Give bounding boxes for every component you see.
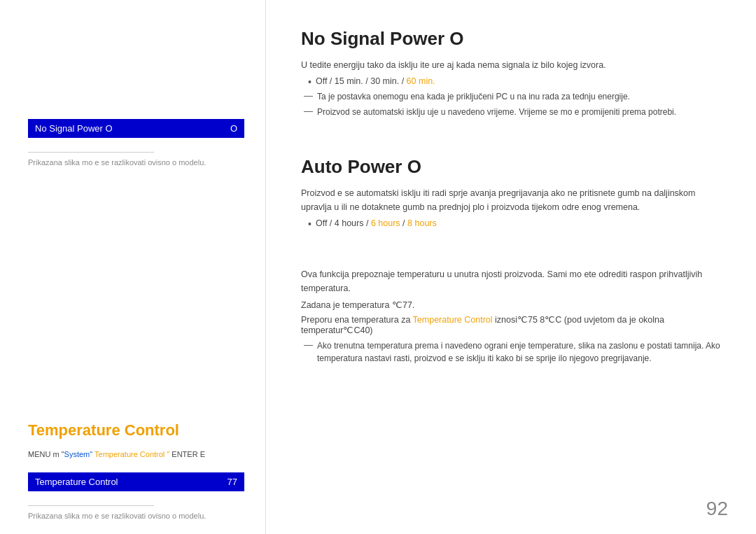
temp-body3: Preporu ena temperatura za Temperature C…: [301, 314, 721, 335]
no-signal-dash2-text: Proizvod se automatski isklju uje u nave…: [317, 106, 676, 118]
no-signal-options-prefix: Off / 15 min. / 30 min. /: [316, 76, 404, 86]
no-signal-menu-box: No Signal Power O O: [28, 119, 244, 138]
auto-power-prefix: Off / 4 hours /: [316, 218, 369, 228]
no-signal-bullet: • Off / 15 min. / 30 min. / 60 min.: [308, 76, 721, 87]
no-signal-section: No Signal Power O U tedite energiju tako…: [301, 28, 721, 121]
temp-control-title-left: Temperature Control: [28, 421, 244, 440]
dash-symbol-1: —: [304, 90, 313, 101]
auto-power-options: Off / 4 hours / 6 hours / 8 hours: [316, 218, 437, 228]
menu-path-prefix: MENU m ": [28, 450, 64, 458]
temp-box-label: Temperature Control: [35, 477, 118, 487]
temp-menu-box: Temperature Control 77: [28, 472, 244, 491]
temp-dash1-text: Ako trenutna temperatura prema i naveden…: [317, 339, 721, 365]
separator-line-1: [28, 152, 154, 153]
menu-path-temp: Temperature Control ": [94, 450, 169, 458]
separator-line-2: [28, 505, 154, 506]
auto-power-middle: /: [402, 218, 407, 228]
no-signal-dash1: — Ta je postavka onemogu ena kada je pri…: [301, 90, 721, 103]
menu-path-suffix: ENTER E: [172, 450, 205, 458]
bullet-dot-1: •: [308, 76, 312, 87]
right-panel: No Signal Power O U tedite energiju tako…: [266, 0, 756, 534]
no-signal-options: Off / 15 min. / 30 min. / 60 min.: [316, 76, 435, 86]
temp-box-value: 77: [227, 477, 237, 487]
temp-body3-prefix: Preporu ena temperatura za: [301, 315, 410, 325]
temp-body1: Ova funkcija prepoznaje temperaturu u un…: [301, 267, 721, 295]
no-signal-title: No Signal Power O: [301, 28, 721, 50]
no-signal-options-orange: 60 min.: [407, 76, 435, 86]
no-signal-dash2: — Proizvod se automatski isklju uje u na…: [301, 106, 721, 118]
auto-power-bullet: • Off / 4 hours / 6 hours / 8 hours: [308, 218, 721, 230]
left-panel: No Signal Power O O Prikazana slika mo e…: [0, 0, 266, 534]
no-signal-body: U tedite energiju tako da isklju ite ure…: [301, 58, 721, 72]
menu-path: MENU m "System" Temperature Control " EN…: [28, 450, 244, 458]
dash-symbol-3: —: [304, 339, 313, 350]
no-signal-dash1-text: Ta je postavka onemogu ena kada je prikl…: [317, 90, 630, 103]
auto-power-body: Proizvod e se automatski isklju iti radi…: [301, 186, 721, 214]
left-top-section: No Signal Power O O Prikazana slika mo e…: [28, 28, 244, 407]
page-number: 92: [706, 498, 728, 520]
menu-path-system: System": [64, 450, 93, 458]
no-signal-box-value: O: [230, 123, 237, 134]
temp-body2: Zadana je temperatura ℃77.: [301, 300, 721, 310]
left-note-1: Prikazana slika mo e se razlikovati ovis…: [28, 158, 244, 167]
temp-body3-orange: Temperature Control: [413, 315, 493, 325]
temp-description-section: Ova funkcija prepoznaje temperaturu u un…: [301, 267, 721, 367]
auto-power-title: Auto Power O: [301, 156, 721, 178]
left-note-2: Prikazana slika mo e se razlikovati ovis…: [28, 512, 244, 520]
no-signal-box-label: No Signal Power O: [35, 123, 113, 134]
left-bottom-section: Temperature Control MENU m "System" Temp…: [28, 407, 244, 520]
auto-power-orange1: 6 hours: [371, 218, 400, 228]
dash-symbol-2: —: [304, 106, 313, 116]
bullet-dot-2: •: [308, 218, 312, 230]
auto-power-section: Auto Power O Proizvod e se automatski is…: [301, 156, 721, 232]
auto-power-orange2: 8 hours: [407, 218, 437, 228]
temp-dash1: — Ako trenutna temperatura prema i naved…: [301, 339, 721, 365]
